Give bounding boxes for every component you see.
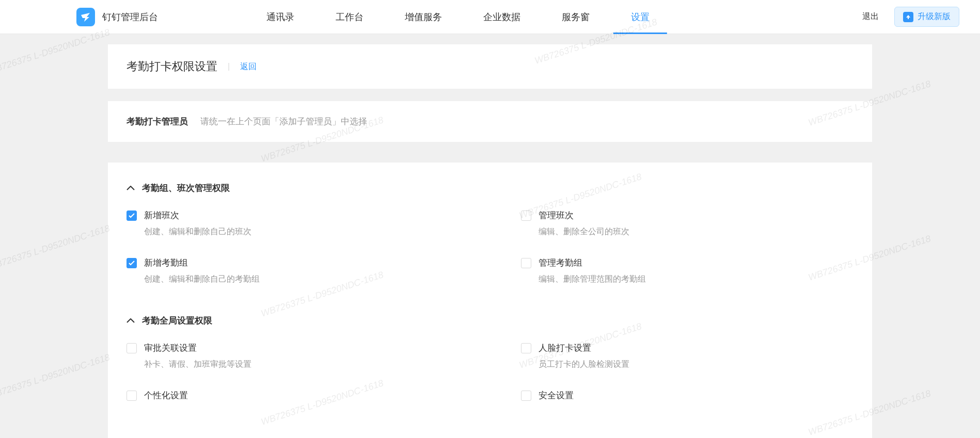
page-header-card: 考勤打卡权限设置 | 返回: [108, 44, 872, 89]
perm-grid: 审批关联设置 补卡、请假、加班审批等设置 人脸打卡设置 员工打卡的人脸检测设置: [127, 342, 853, 407]
admin-info-title: 考勤打卡管理员: [127, 116, 188, 127]
page-title: 考勤打卡权限设置: [127, 59, 217, 74]
checkbox[interactable]: [127, 391, 137, 401]
perm-add-group: 新增考勤组 创建、编辑和删除自己的考勤组: [127, 257, 490, 285]
content-wrap: 考勤打卡权限设置 | 返回 考勤打卡管理员 请统一在上个页面「添加子管理员」中选…: [0, 34, 980, 438]
perm-desc: 补卡、请假、加班审批等设置: [144, 359, 251, 370]
checkbox[interactable]: [521, 391, 531, 401]
section-header[interactable]: 考勤全局设置权限: [127, 315, 853, 327]
nav-enterprise-data[interactable]: 企业数据: [463, 0, 541, 34]
perm-label: 新增班次: [144, 209, 251, 221]
permissions-card: 考勤组、班次管理权限 新增班次 创建、编辑和删除自己的班次: [108, 163, 872, 438]
nav-items: 通讯录 工作台 增值服务 企业数据 服务窗 设置: [246, 0, 670, 34]
checkbox[interactable]: [521, 210, 531, 221]
perm-add-shift: 新增班次 创建、编辑和删除自己的班次: [127, 209, 490, 237]
perm-manage-shift: 管理班次 编辑、删除全公司的班次: [490, 209, 853, 237]
perm-label: 新增考勤组: [144, 257, 260, 269]
perm-label: 管理班次: [539, 209, 629, 221]
divider: |: [228, 62, 230, 71]
perm-label: 管理考勤组: [539, 257, 646, 269]
dingtalk-logo-icon: [76, 8, 95, 26]
section-title: 考勤组、班次管理权限: [142, 182, 230, 194]
perm-desc: 编辑、删除管理范围的考勤组: [539, 274, 646, 285]
upgrade-button[interactable]: 升级新版: [894, 7, 959, 27]
section-header[interactable]: 考勤组、班次管理权限: [127, 182, 853, 194]
logo-block[interactable]: 钉钉管理后台: [76, 8, 158, 26]
content: 考勤打卡权限设置 | 返回 考勤打卡管理员 请统一在上个页面「添加子管理员」中选…: [108, 44, 872, 438]
perm-desc: 创建、编辑和删除自己的班次: [144, 226, 251, 237]
perm-manage-group: 管理考勤组 编辑、删除管理范围的考勤组: [490, 257, 853, 285]
perm-face-settings: 人脸打卡设置 员工打卡的人脸检测设置: [490, 342, 853, 370]
perm-label: 审批关联设置: [144, 342, 251, 354]
checkbox[interactable]: [127, 343, 137, 353]
nav-service[interactable]: 服务窗: [541, 0, 610, 34]
nav-right: 退出 升级新版: [862, 7, 959, 27]
section-global-settings: 考勤全局设置权限 审批关联设置 补卡、请假、加班审批等设置 人脸打卡设置: [127, 300, 853, 407]
app-title: 钉钉管理后台: [102, 11, 158, 23]
nav-settings[interactable]: 设置: [610, 0, 670, 34]
upgrade-label: 升级新版: [918, 11, 951, 22]
upgrade-icon: [903, 12, 913, 22]
perm-label: 安全设置: [539, 390, 574, 401]
checkbox[interactable]: [127, 258, 137, 268]
checkbox[interactable]: [521, 258, 531, 268]
perm-label: 个性化设置: [144, 390, 188, 401]
section-shift-group: 考勤组、班次管理权限 新增班次 创建、编辑和删除自己的班次: [127, 168, 853, 285]
perm-personalization: 个性化设置: [127, 390, 490, 407]
nav-contacts[interactable]: 通讯录: [246, 0, 315, 34]
perm-desc: 编辑、删除全公司的班次: [539, 226, 629, 237]
checkbox[interactable]: [521, 343, 531, 353]
chevron-up-icon: [127, 318, 135, 323]
perm-desc: 员工打卡的人脸检测设置: [539, 359, 629, 370]
perm-label: 人脸打卡设置: [539, 342, 629, 354]
chevron-up-icon: [127, 186, 135, 191]
nav-vas[interactable]: 增值服务: [384, 0, 463, 34]
nav-workbench[interactable]: 工作台: [315, 0, 384, 34]
admin-info-desc: 请统一在上个页面「添加子管理员」中选择: [200, 116, 367, 127]
checkbox[interactable]: [127, 210, 137, 221]
perm-grid: 新增班次 创建、编辑和删除自己的班次 管理班次 编辑、删除全公司的班次: [127, 209, 853, 285]
perm-approval-settings: 审批关联设置 补卡、请假、加班审批等设置: [127, 342, 490, 370]
logout-link[interactable]: 退出: [862, 11, 879, 22]
perm-desc: 创建、编辑和删除自己的考勤组: [144, 274, 260, 285]
perm-security: 安全设置: [490, 390, 853, 407]
section-title: 考勤全局设置权限: [142, 315, 212, 327]
admin-info-card: 考勤打卡管理员 请统一在上个页面「添加子管理员」中选择: [108, 101, 872, 142]
top-nav: 钉钉管理后台 通讯录 工作台 增值服务 企业数据 服务窗 设置 退出 升级新版: [0, 0, 980, 34]
back-link[interactable]: 返回: [240, 61, 257, 72]
